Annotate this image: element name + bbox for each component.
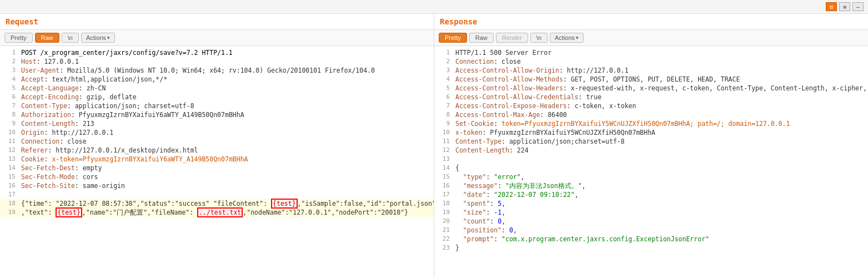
response-tab-pretty[interactable]: Pretty [439,33,467,43]
response-line-8: 8Access-Control-Max-Age: 86400 [434,110,868,119]
request-line-6: 6Accept-Encoding: gzip, deflate [0,93,434,102]
request-panel: Request Pretty Raw \n Actions ▾ 1POST /x… [0,14,434,277]
response-tab-newline[interactable]: \n [530,33,548,43]
request-line-13: 13Cookie: x-token=PfyuxmzgIzrnBYXaifuiY6… [0,155,434,164]
response-panel: Response Pretty Raw Render \n Actions ▾ … [434,14,868,277]
response-title: Response [434,14,868,30]
response-line-23: 23} [434,244,868,252]
request-line-12: 12Referer: http://127.0.0.1/x_desktop/in… [0,146,434,155]
response-line-5: 5Access-Control-Allow-Headers: x-request… [434,84,868,93]
request-tab-raw[interactable]: Raw [35,33,59,43]
response-line-1: 1HTTP/1.1 500 Server Error [434,48,868,57]
response-line-2: 2Connection: close [434,57,868,66]
request-actions-button[interactable]: Actions ▾ [81,33,115,43]
request-content[interactable]: 1POST /x_program_center/jaxrs/config/sav… [0,46,434,277]
layout-btn-2[interactable]: ≡ [839,2,850,11]
request-line-16: 16Sec-Fetch-Site: same-origin [0,181,434,190]
request-line-18: 18{"time": "2022-12-07 08:57:38","status… [0,199,434,208]
request-line-17: 17 [0,190,434,199]
request-line-9: 9Content-Length: 213 [0,119,434,128]
request-tab-pretty[interactable]: Pretty [4,33,33,43]
response-line-19: 19 "size": -1, [434,208,868,217]
response-line-15: 15 "type": "error", [434,173,868,181]
request-tab-newline[interactable]: \n [62,33,79,43]
response-line-12: 12Content-Length: 224 [434,146,868,155]
response-actions-chevron-icon: ▾ [576,35,579,40]
response-line-14: 14{ [434,164,868,173]
response-line-20: 20 "count": 0, [434,217,868,226]
request-toolbar: Pretty Raw \n Actions ▾ [0,30,434,46]
response-line-3: 3Access-Control-Allow-Origin: http://127… [434,66,868,75]
request-line-14: 14Sec-Fetch-Dest: empty [0,164,434,173]
request-line-1: 1POST /x_program_center/jaxrs/config/sav… [0,48,434,57]
request-line-11: 11Connection: close [0,137,434,146]
response-line-7: 7Access-Control-Expose-Headers: c-token,… [434,102,868,110]
response-content[interactable]: 1HTTP/1.1 500 Server Error 2Connection: … [434,46,868,277]
panels: Request Pretty Raw \n Actions ▾ 1POST /x… [0,14,868,277]
response-line-4: 4Access-Control-Allow-Methods: GET, POST… [434,75,868,84]
request-actions-label: Actions [86,34,106,41]
response-line-16: 16 "message": "内容为非法Json格式。", [434,181,868,190]
response-line-11: 11Content-Type: application/json;charset… [434,137,868,146]
request-line-7: 7Content-Type: application/json; charset… [0,102,434,110]
response-tab-raw[interactable]: Raw [469,33,494,43]
response-actions-label: Actions [555,34,575,41]
request-title: Request [0,14,434,30]
response-line-22: 22 "prompt": "com.x.program.center.jaxrs… [434,235,868,244]
layout-btn-3[interactable]: — [852,2,864,11]
response-line-9: 9Set-Cookie: token=PfyuxmzgIzrnBYXaifuiY… [434,119,868,128]
request-line-3: 3User-Agent: Mozilla/5.0 (Windows NT 10.… [0,66,434,75]
request-line-4: 4Accept: text/html,application/json,*/* [0,75,434,84]
request-line-2: 2Host: 127.0.0.1 [0,57,434,66]
response-line-21: 21 "position": 0, [434,226,868,235]
response-line-17: 17 "date": "2022-12-07 09:10:22", [434,190,868,199]
response-line-13: 13 [434,155,868,164]
request-line-5: 5Accept-Language: zh-CN [0,84,434,93]
layout-btn-1[interactable]: ⊞ [826,2,837,11]
request-line-10: 10Origin: http://127.0.0.1 [0,128,434,137]
request-line-15: 15Sec-Fetch-Mode: cors [0,173,434,181]
top-bar: ⊞ ≡ — [0,0,868,14]
response-line-18: 18 "spent": 5, [434,199,868,208]
response-toolbar: Pretty Raw Render \n Actions ▾ [434,30,868,46]
response-actions-button[interactable]: Actions ▾ [550,33,584,43]
response-line-10: 10x-token: PfyuxmzgIzrnBYXaifuiY5WCnUJZX… [434,128,868,137]
request-actions-chevron-icon: ▾ [107,35,110,40]
request-line-19: 19,"text": {test},"name":"门户配置","fileNam… [0,208,434,217]
response-line-6: 6Access-Control-Allow-Credentials: true [434,93,868,102]
response-tab-render[interactable]: Render [496,33,528,43]
request-line-8: 8Authorization: PfyuxmzgIzrnBYXaifuiY6aW… [0,110,434,119]
